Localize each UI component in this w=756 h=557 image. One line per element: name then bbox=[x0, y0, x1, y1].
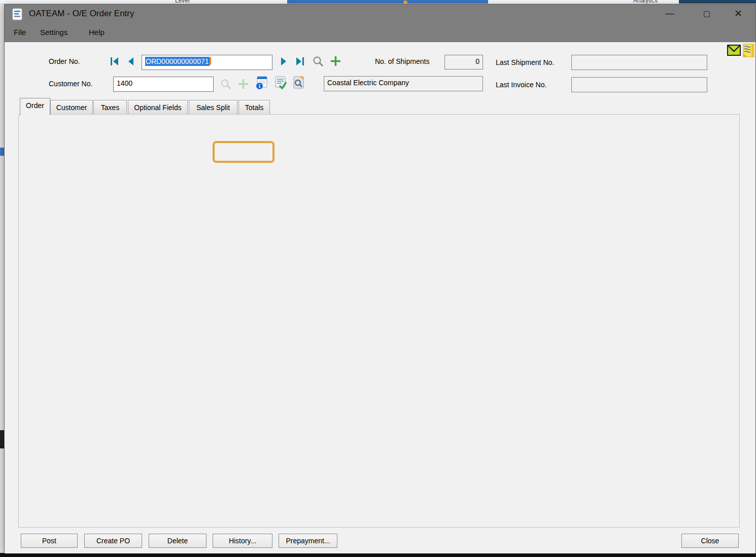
inquiry-icon[interactable] bbox=[292, 76, 305, 90]
last-shipment-label: Last Shipment No. bbox=[496, 58, 554, 66]
mail-icon[interactable] bbox=[727, 45, 741, 56]
add-icon[interactable] bbox=[329, 55, 342, 67]
note-icon[interactable] bbox=[743, 44, 754, 57]
nav-prev-icon[interactable] bbox=[125, 55, 137, 67]
create-po-button[interactable]: Create PO bbox=[84, 534, 142, 548]
customer-no-input[interactable]: 1400 bbox=[113, 77, 214, 92]
menu-settings[interactable]: Settings bbox=[40, 28, 67, 37]
maximize-icon[interactable]: ▢ bbox=[699, 7, 715, 21]
shipments-label: No. of Shipments bbox=[375, 57, 429, 65]
post-button[interactable]: Post bbox=[21, 534, 78, 548]
tab-taxes[interactable]: Taxes bbox=[93, 100, 127, 115]
menu-help[interactable]: Help bbox=[89, 28, 105, 37]
tab-customer[interactable]: Customer bbox=[50, 100, 93, 115]
tab-totals[interactable]: Totals bbox=[238, 100, 270, 115]
background-app-strip: Level Analytics bbox=[0, 0, 756, 4]
text-caret bbox=[210, 57, 211, 65]
on-hold-highlight bbox=[213, 141, 274, 163]
window-title: OATEAM - O/E Order Entry bbox=[29, 9, 134, 19]
verify-icon[interactable] bbox=[273, 76, 287, 90]
prepayment-button[interactable]: Prepayment... bbox=[279, 534, 337, 548]
document-icon bbox=[12, 8, 23, 20]
tab-optional-fields[interactable]: Optional Fields bbox=[128, 100, 188, 115]
background-text-fragment: Analytics bbox=[633, 0, 658, 4]
nav-last-icon[interactable] bbox=[294, 55, 306, 67]
close-icon[interactable]: ✕ bbox=[730, 7, 746, 21]
last-invoice-value bbox=[571, 77, 707, 92]
last-invoice-label: Last Invoice No. bbox=[496, 81, 546, 89]
nav-first-icon[interactable] bbox=[109, 55, 121, 67]
delete-button[interactable]: Delete bbox=[149, 534, 207, 548]
background-left-strip bbox=[0, 4, 4, 553]
background-blue-bar bbox=[287, 0, 488, 4]
add-icon-disabled bbox=[237, 78, 250, 90]
last-shipment-value bbox=[571, 55, 707, 70]
close-button[interactable]: Close bbox=[681, 534, 739, 548]
nav-next-icon[interactable] bbox=[278, 55, 290, 67]
menu-file[interactable]: File bbox=[14, 28, 26, 37]
menubar: File Settings Help bbox=[5, 24, 755, 42]
history-button[interactable]: History... bbox=[213, 534, 272, 548]
client-area: Order No. ORD000000000071 No. of S bbox=[5, 42, 755, 553]
order-tab-panel bbox=[18, 114, 740, 528]
background-left-dark-mark bbox=[0, 430, 4, 448]
background-text-fragment: Level bbox=[175, 0, 190, 4]
detail-icon[interactable] bbox=[255, 76, 268, 90]
titlebar[interactable]: OATEAM - O/E Order Entry — ▢ ✕ bbox=[5, 5, 755, 24]
background-bottom-strip bbox=[0, 553, 756, 557]
background-left-blue-mark bbox=[0, 148, 4, 156]
background-orange-dot bbox=[403, 1, 407, 4]
tab-order[interactable]: Order bbox=[20, 98, 50, 115]
background-navy-block bbox=[679, 0, 756, 4]
search-icon[interactable] bbox=[312, 55, 324, 67]
order-no-input[interactable]: ORD000000000071 bbox=[142, 55, 272, 70]
customer-no-label: Customer No. bbox=[49, 80, 92, 88]
search-icon-disabled bbox=[220, 78, 232, 90]
minimize-icon[interactable]: — bbox=[662, 7, 678, 21]
tab-sales-split[interactable]: Sales Split bbox=[189, 100, 237, 115]
customer-name-value: Coastal Electric Company bbox=[324, 76, 483, 91]
shipments-value: 0 bbox=[444, 55, 483, 69]
order-entry-window: OATEAM - O/E Order Entry — ▢ ✕ File Sett… bbox=[4, 4, 756, 553]
order-no-value: ORD000000000071 bbox=[145, 57, 210, 66]
order-no-label: Order No. bbox=[49, 57, 80, 65]
